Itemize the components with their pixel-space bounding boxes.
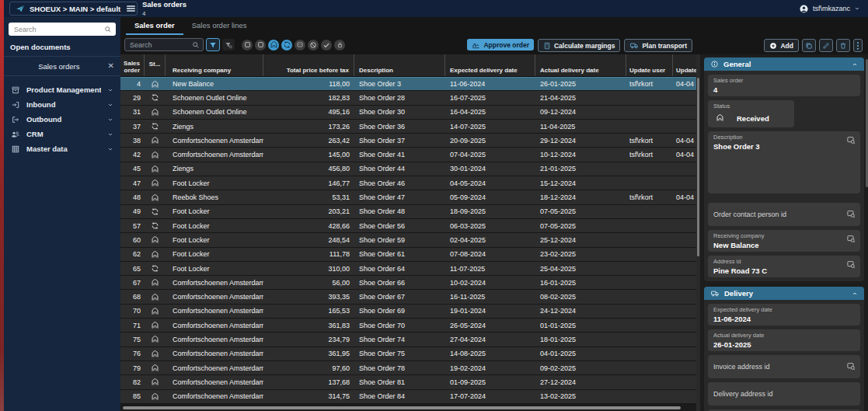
column-header[interactable]: Total price before tax	[263, 54, 354, 76]
cell: 04-04	[673, 80, 696, 88]
table-row[interactable]: 67Comfortschoenen Amsterdam56,00Shoe Ord…	[120, 276, 696, 290]
table-row[interactable]: 60Foot Locker248,54Shoe Order 5902-04-20…	[120, 233, 696, 247]
table-row[interactable]: 75Comfortschoenen Amsterdam234,79Shoe Or…	[120, 333, 696, 347]
table-row[interactable]: 65Foot Locker310,00Shoe Order 6411-07-20…	[120, 262, 696, 276]
table-row[interactable]: 47Foot Locker146,77Shoe Order 4604-05-20…	[120, 176, 696, 190]
cell: Shoe Order 61	[354, 250, 445, 258]
field-expected-delivery-date[interactable]: Expected delivery date11-06-2024	[708, 304, 860, 326]
check-icon[interactable]	[321, 40, 332, 51]
field-invoice-address-id[interactable]: Invoice address id	[708, 355, 860, 378]
table-row[interactable]: 29Schoenen Outlet Online182,83Shoe Order…	[120, 91, 696, 105]
horizontal-scrollbar[interactable]	[120, 405, 696, 411]
table-row[interactable]: 45Ziengs456,80Shoe Order 4430-01-202421-…	[120, 162, 696, 176]
column-header[interactable]: Receiving company	[166, 54, 263, 76]
column-header[interactable]: St...	[145, 54, 166, 76]
delete-icon[interactable]	[836, 39, 850, 52]
tab-sales-order-lines[interactable]: Sales order lines	[183, 17, 256, 35]
field-description[interactable]: DescriptionShoe Order 3	[708, 131, 860, 193]
table-scrollbar-thumb[interactable]	[697, 78, 699, 256]
page-title: Sales orders	[142, 1, 186, 9]
column-header[interactable]: Expected delivery date	[445, 54, 535, 76]
box-icon[interactable]	[255, 40, 266, 51]
sync-icon[interactable]	[281, 40, 292, 51]
table-row[interactable]: 48Reebok Shoes53,31Shoe Order 4705-09-20…	[120, 190, 696, 204]
table-row[interactable]: 4New Balance118,00Shoe Order 311-06-2024…	[120, 77, 696, 91]
table-row[interactable]: 49Foot Locker203,21Shoe Order 4818-09-20…	[120, 205, 696, 219]
home-icon[interactable]	[268, 40, 279, 51]
field-status[interactable]: StatusReceived	[708, 100, 794, 127]
workspace-selector[interactable]: SHOEUX > MAIN > default	[9, 2, 138, 16]
sidebar-item-master-data[interactable]: Master data	[4, 141, 120, 156]
cell: Shoe Order 46	[354, 179, 445, 187]
column-header[interactable]: Update user	[626, 54, 673, 76]
open-lookup-icon[interactable]	[846, 135, 856, 145]
sidebar-item-outbound[interactable]: Outbound	[4, 112, 120, 127]
field-order-contact-person-id[interactable]: Order contact person id	[708, 203, 860, 226]
blocked-icon[interactable]	[308, 40, 319, 51]
home-status-icon	[145, 80, 166, 89]
table-row[interactable]: 79Comfortschoenen Amsterdam97,60Shoe Ord…	[120, 361, 696, 375]
filter-clear-icon[interactable]	[222, 39, 235, 51]
section-header-delivery[interactable]: Delivery	[704, 287, 864, 300]
open-lookup-icon[interactable]	[846, 234, 856, 243]
table-row[interactable]: 37Ziengs173,26Shoe Order 3614-07-202511-…	[120, 120, 696, 134]
cell: 4	[120, 80, 145, 88]
field-sales-order[interactable]: Sales order4	[708, 75, 860, 96]
sidebar-search[interactable]	[9, 23, 116, 36]
table-search-input[interactable]	[128, 40, 192, 50]
user-menu[interactable]: tsf\mkazanc	[799, 4, 860, 14]
table-row[interactable]: 76Comfortschoenen Amsterdam361,95Shoe Or…	[120, 347, 696, 361]
edit-icon[interactable]	[819, 39, 833, 52]
document-icon[interactable]	[242, 40, 253, 51]
table-row[interactable]: 57Foot Locker428,66Shoe Order 5606-03-20…	[120, 219, 696, 233]
open-document-label: Sales orders	[10, 62, 108, 71]
home-status-icon	[145, 108, 166, 117]
sidebar-item-product-management[interactable]: Product Management	[4, 82, 120, 97]
table-row[interactable]: 85Comfortschoenen Amsterdam314,75Shoe Or…	[120, 390, 696, 404]
cell: Foot Locker	[166, 222, 263, 230]
truck-front-icon[interactable]	[295, 40, 305, 51]
sidebar-item-crm[interactable]: CRM	[4, 127, 120, 141]
filter-icon[interactable]	[206, 38, 220, 51]
field-value: 11-06-2024	[713, 315, 855, 323]
column-header[interactable]: Update	[673, 54, 696, 76]
column-header[interactable]: Actual delivery date	[535, 54, 626, 76]
tab-sales-order[interactable]: Sales order	[126, 17, 183, 35]
open-lookup-icon[interactable]	[846, 361, 856, 371]
table-row[interactable]: 42Comfortschoenen Amsterdam145,00Shoe Or…	[120, 148, 696, 162]
close-icon[interactable]: ✕	[108, 62, 114, 70]
section-header-general[interactable]: General	[704, 57, 864, 71]
sidebar-item-inbound[interactable]: Inbound	[4, 97, 120, 112]
table-row[interactable]: 70Comfortschoenen Amsterdam165,53Shoe Or…	[120, 305, 696, 319]
table-row[interactable]: 71Comfortschoenen Amsterdam361,83Shoe Or…	[120, 319, 696, 333]
lock-icon[interactable]	[334, 40, 345, 51]
paper-plane-icon	[16, 4, 25, 13]
field-delivery-address-id[interactable]: Delivery address id	[708, 382, 860, 406]
approve-order-button[interactable]: Approve order	[467, 39, 534, 51]
table-row[interactable]: 68Comfortschoenen Amsterdam393,35Shoe Or…	[120, 290, 696, 304]
archive-icon	[11, 85, 20, 95]
table-row[interactable]: 31Schoenen Outlet Online495,16Shoe Order…	[120, 106, 696, 120]
calculate-margins-button[interactable]: Calculate margings	[538, 39, 620, 52]
field-address-id[interactable]: Address idPine Road 73 C	[708, 256, 860, 277]
hamburger-menu-icon[interactable]	[125, 3, 137, 14]
field-receiving-company[interactable]: Receiving companyNew Balance	[708, 230, 860, 252]
column-header[interactable]: Sales order	[120, 54, 145, 76]
cell: Shoe Order 59	[354, 236, 445, 244]
column-header[interactable]: Description	[354, 54, 445, 76]
sidebar-search-input[interactable]	[12, 25, 104, 34]
open-lookup-icon[interactable]	[846, 259, 856, 269]
home-status-icon	[145, 307, 166, 315]
plan-transport-button[interactable]: Plan transport	[624, 39, 692, 52]
copy-icon[interactable]	[802, 39, 816, 52]
open-document-item[interactable]: Sales orders ✕	[4, 56, 120, 76]
table-row[interactable]: 82Comfortschoenen Amsterdam137,68Shoe Or…	[120, 375, 696, 389]
table-search[interactable]	[124, 38, 204, 51]
table-row[interactable]: 38Comfortschoenen Amsterdam263,42Shoe Or…	[120, 134, 696, 148]
field-actual-delivery-date[interactable]: Actual delivery date26-01-2025	[708, 329, 860, 351]
add-button[interactable]: Add	[764, 39, 799, 52]
open-lookup-icon[interactable]	[846, 209, 856, 218]
table-row[interactable]: 62Foot Locker111,78Shoe Order 6107-08-20…	[120, 248, 696, 262]
more-options-icon[interactable]	[853, 39, 863, 52]
horizontal-scrollbar-thumb[interactable]	[123, 406, 681, 409]
